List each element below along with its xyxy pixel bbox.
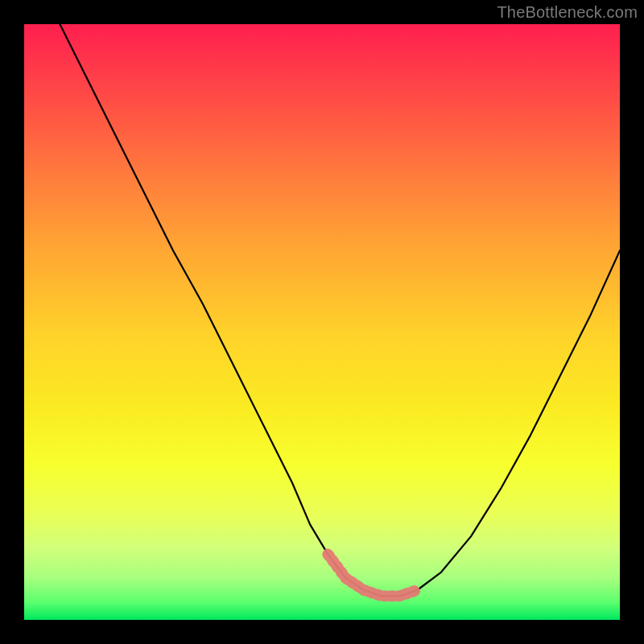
watermark-text: TheBottleneck.com	[497, 3, 638, 22]
chart-frame: TheBottleneck.com	[0, 0, 644, 644]
chart-svg	[24, 24, 620, 620]
curve-line	[60, 24, 620, 596]
bottom-fuzzy-segment	[328, 555, 417, 597]
plot-area	[24, 24, 620, 620]
